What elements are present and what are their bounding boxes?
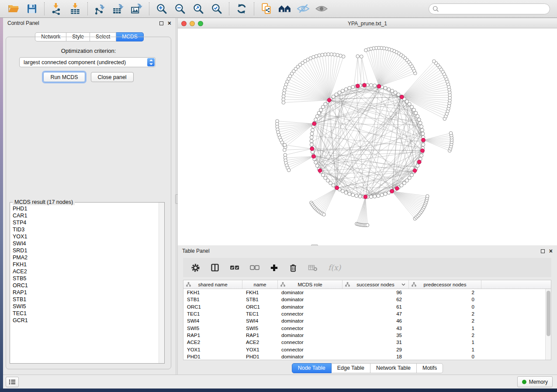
network-canvas[interactable]	[178, 28, 557, 245]
mcds-result-group: PHD1CAR1STP4TID3YOX1SWI4SRD1PMA2FKH1ACE2…	[10, 202, 165, 364]
tab-motifs[interactable]: Motifs	[417, 363, 443, 373]
create-column-button[interactable]	[270, 264, 278, 272]
table-row[interactable]: ACE2ACE2connector311	[183, 339, 551, 346]
apply-function-button[interactable]: f(x)	[328, 263, 341, 272]
cell-mcds-role: connector	[278, 311, 343, 316]
import-table-button[interactable]	[66, 1, 84, 16]
zoom-fit-button[interactable]	[189, 1, 208, 16]
table-row[interactable]: YOX1YOX1connector291	[183, 346, 551, 353]
cell-mcds-role: dominator	[278, 333, 343, 338]
select-all-button[interactable]	[230, 265, 239, 271]
column-header-MCDS-role[interactable]: MCDS role	[278, 280, 343, 289]
column-header-shared-name[interactable]: shared name	[183, 280, 242, 289]
memory-button[interactable]: Memory	[517, 376, 553, 387]
table-row[interactable]: SWI4SWI4dominator462	[183, 317, 551, 324]
delete-table-button[interactable]	[308, 264, 318, 272]
mcds-list-scrollbar[interactable]	[159, 203, 164, 363]
column-header-successor-nodes[interactable]: successor nodes	[343, 280, 409, 289]
table-row[interactable]: ORC1ORC1dominator610	[183, 303, 551, 310]
control-panel-title: Control Panel	[7, 20, 39, 26]
tab-edge-table[interactable]: Edge Table	[332, 363, 370, 373]
cell-successor-nodes: 62	[343, 297, 409, 302]
deselect-all-button[interactable]	[250, 265, 259, 271]
close-panel-button[interactable]: Close panel	[91, 72, 134, 82]
column-header-name[interactable]: name	[242, 280, 278, 289]
cell-shared-name: SWI5	[183, 326, 242, 331]
table-row[interactable]: RAP1RAP1dominator352	[183, 332, 551, 339]
table-row[interactable]: STB1STB1dominator620	[183, 296, 551, 303]
import-network-button[interactable]	[48, 1, 66, 16]
run-mcds-button[interactable]: Run MCDS	[43, 72, 85, 82]
cell-shared-name: SWI4	[183, 318, 242, 323]
cell-mcds-role: dominator	[278, 354, 343, 359]
mcds-result-item[interactable]: ORC1	[13, 282, 164, 289]
unchecked-boxes-icon	[250, 265, 259, 271]
mcds-result-item[interactable]: GCR1	[13, 317, 164, 324]
cell-shared-name: FKH1	[183, 290, 242, 295]
table-row[interactable]: PHD1PHD1dominator180	[183, 353, 551, 360]
mcds-result-item[interactable]: SRD1	[13, 247, 164, 254]
table-scrollbar-thumb[interactable]	[547, 291, 550, 336]
cell-predecessor-nodes: 0	[409, 304, 481, 309]
zoom-in-button[interactable]	[152, 1, 171, 16]
table-scrollbar[interactable]	[545, 289, 551, 360]
mcds-result-item[interactable]: TEC1	[13, 310, 164, 317]
tab-network-table[interactable]: Network Table	[370, 363, 417, 373]
mcds-result-item[interactable]: STP4	[13, 219, 164, 226]
memory-status-dot	[522, 380, 526, 384]
tab-node-table[interactable]: Node Table	[292, 363, 332, 373]
export-network-button[interactable]	[91, 1, 109, 16]
zoom-selected-button[interactable]	[208, 1, 226, 16]
mcds-result-item[interactable]: SWI4	[13, 240, 164, 247]
cell-mcds-role: connector	[278, 340, 343, 345]
zoom-out-button[interactable]	[171, 1, 189, 16]
criterion-dropdown[interactable]: largest connected component (undirected)	[19, 57, 156, 67]
float-panel-icon[interactable]	[159, 21, 163, 25]
toolbar-separator	[44, 2, 45, 15]
sort-chevron-icon[interactable]	[401, 283, 405, 286]
close-panel-icon[interactable]: ×	[549, 249, 553, 253]
refresh-view-button[interactable]	[232, 1, 251, 16]
column-header-label: predecessor nodes	[424, 282, 467, 287]
column-header-filler	[481, 280, 551, 289]
mcds-result-item[interactable]: STB1	[13, 296, 164, 303]
column-header-predecessor-nodes[interactable]: predecessor nodes	[409, 280, 481, 289]
export-table-button[interactable]	[109, 1, 128, 16]
cell-predecessor-nodes: 2	[409, 311, 481, 316]
delete-column-button[interactable]	[289, 263, 298, 272]
cell-name: ACE2	[242, 340, 278, 345]
table-row[interactable]: TEC1TEC1connector472	[183, 310, 551, 317]
mcds-result-item[interactable]: FKH1	[13, 261, 164, 268]
mcds-result-item[interactable]: CAR1	[13, 212, 164, 219]
table-options-button[interactable]	[191, 263, 200, 272]
task-history-button[interactable]	[6, 377, 19, 387]
cell-shared-name: STB1	[183, 297, 242, 302]
mcds-result-item[interactable]: PHD1	[13, 205, 164, 212]
cell-successor-nodes: 46	[343, 318, 409, 323]
toolbar-separator	[87, 2, 88, 15]
node-table[interactable]: shared namenameMCDS rolesuccessor nodesp…	[183, 280, 551, 360]
mcds-result-item[interactable]: PMA2	[13, 254, 164, 261]
float-panel-icon[interactable]	[541, 249, 545, 253]
table-row[interactable]: SWI5SWI5connector431	[183, 324, 551, 331]
show-all-button[interactable]	[312, 1, 331, 16]
copy-network-button[interactable]	[257, 1, 276, 16]
shared-column-icon	[280, 282, 285, 287]
hide-selected-button[interactable]	[294, 1, 312, 16]
mcds-result-item[interactable]: TID3	[13, 226, 164, 233]
close-panel-icon[interactable]: ×	[168, 21, 171, 25]
mcds-result-item[interactable]: STB5	[13, 275, 164, 282]
open-file-button[interactable]	[4, 1, 23, 16]
export-image-button[interactable]	[128, 1, 146, 16]
mcds-result-item[interactable]: YOX1	[13, 233, 164, 240]
mcds-result-item[interactable]: SWI5	[13, 303, 164, 310]
search-input[interactable]	[439, 5, 546, 12]
save-session-button[interactable]	[23, 1, 41, 16]
show-columns-button[interactable]	[211, 263, 219, 272]
mcds-result-item[interactable]: RAP1	[13, 289, 164, 296]
first-neighbors-button[interactable]	[276, 1, 294, 16]
mcds-result-item[interactable]: ACE2	[13, 268, 164, 275]
table-row[interactable]: FKH1FKH1dominator962	[183, 289, 551, 296]
import-network-icon	[51, 3, 63, 15]
table-panel: Table Panel ×	[178, 246, 557, 375]
